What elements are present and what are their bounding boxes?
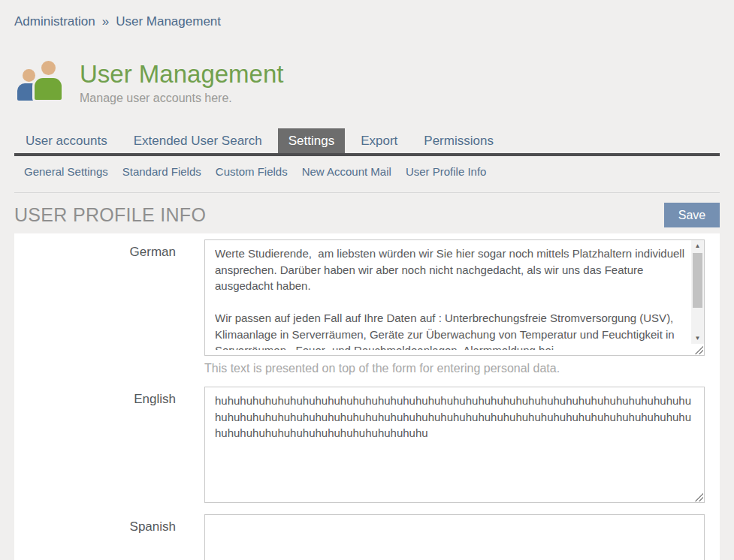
users-icon xyxy=(17,59,62,101)
section-title: USER PROFILE INFO xyxy=(14,204,206,226)
form-row-spanish: Spanish xyxy=(14,514,720,560)
tab-bar: User accounts Extended User Search Setti… xyxy=(14,128,720,156)
page-subtitle: Manage user accounts here. xyxy=(80,92,283,105)
scroll-down-icon[interactable]: ▼ xyxy=(691,333,704,344)
form-row-english: English huhuhuhuhuhuhuhuhuhuhuhuhuhuhuhu… xyxy=(14,387,720,503)
subtab-user-profile-info[interactable]: User Profile Info xyxy=(406,165,487,178)
tab-export[interactable]: Export xyxy=(350,128,408,153)
english-label: English xyxy=(14,387,176,503)
subtab-general-settings[interactable]: General Settings xyxy=(24,165,108,178)
english-textarea[interactable]: huhuhuhuhuhuhuhuhuhuhuhuhuhuhuhuhuhuhuhu… xyxy=(204,387,705,503)
header-text: User Management Manage user accounts her… xyxy=(80,59,283,105)
page-header: User Management Manage user accounts her… xyxy=(14,59,720,105)
tab-user-accounts[interactable]: User accounts xyxy=(15,128,118,153)
page: Administration»User Management User Mana… xyxy=(0,0,734,560)
subtab-standard-fields[interactable]: Standard Fields xyxy=(122,165,201,178)
section-header: USER PROFILE INFO Save xyxy=(14,203,720,227)
german-textarea-value: Werte Studierende, am liebsten würden wi… xyxy=(215,245,686,350)
form-panel: German Werte Studierende, am liebsten wü… xyxy=(14,233,720,560)
breadcrumb: Administration»User Management xyxy=(14,0,720,29)
scrollbar-thumb[interactable] xyxy=(693,253,702,308)
subtab-bar: General Settings Standard Fields Custom … xyxy=(14,165,720,178)
tab-permissions[interactable]: Permissions xyxy=(413,128,504,153)
user-icon-head-blue xyxy=(23,69,35,82)
german-hint: This text is presented on top of the for… xyxy=(204,362,705,375)
user-icon-body-green xyxy=(35,78,62,100)
spanish-textarea[interactable] xyxy=(204,514,705,560)
page-title: User Management xyxy=(80,59,283,89)
form-row-german: German Werte Studierende, am liebsten wü… xyxy=(14,239,720,375)
user-icon-head-green xyxy=(41,61,56,75)
subtab-new-account-mail[interactable]: New Account Mail xyxy=(302,165,391,178)
save-button[interactable]: Save xyxy=(664,203,720,227)
spanish-textarea-value xyxy=(215,520,694,560)
tab-extended-user-search[interactable]: Extended User Search xyxy=(123,128,273,153)
resize-grip-icon[interactable] xyxy=(694,345,703,354)
scroll-up-icon[interactable]: ▲ xyxy=(691,240,704,251)
english-textarea-value: huhuhuhuhuhuhuhuhuhuhuhuhuhuhuhuhuhuhuhu… xyxy=(215,393,694,497)
german-textarea[interactable]: Werte Studierende, am liebsten würden wi… xyxy=(204,239,705,356)
subtab-custom-fields[interactable]: Custom Fields xyxy=(216,165,288,178)
resize-grip-icon[interactable] xyxy=(694,492,703,501)
breadcrumb-link-administration[interactable]: Administration xyxy=(14,14,95,29)
spanish-label: Spanish xyxy=(14,514,176,560)
german-scrollbar[interactable]: ▲ ▼ xyxy=(691,240,704,344)
tab-settings[interactable]: Settings xyxy=(278,128,345,153)
german-label: German xyxy=(14,239,176,375)
subtab-divider xyxy=(14,192,720,193)
spanish-field xyxy=(204,514,705,560)
english-field: huhuhuhuhuhuhuhuhuhuhuhuhuhuhuhuhuhuhuhu… xyxy=(204,387,705,503)
breadcrumb-link-user-management[interactable]: User Management xyxy=(116,14,221,29)
german-field: Werte Studierende, am liebsten würden wi… xyxy=(204,239,705,375)
breadcrumb-separator: » xyxy=(102,14,109,29)
